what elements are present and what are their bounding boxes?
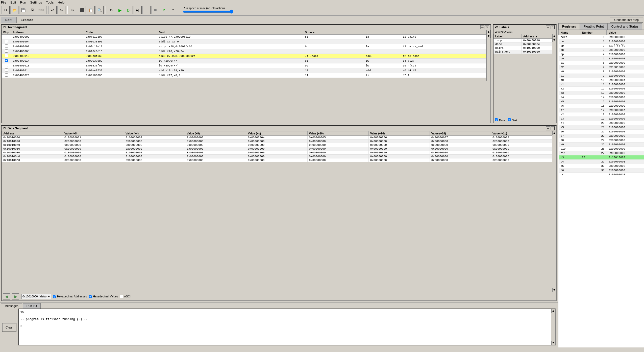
menu-settings[interactable]: Settings [30,1,42,4]
clear-button[interactable]: Clear [2,323,16,332]
list-item: t2 7 0x10010008 [559,65,644,69]
ascii-label[interactable]: ASCII [120,295,131,298]
reg-name-cell: s8 [559,138,580,143]
assemble-run-button[interactable]: ▶ [116,6,124,14]
bkpt-checkbox[interactable] [5,68,8,72]
bkpt-checkbox[interactable] [5,40,8,43]
tab-edit[interactable]: Edit [1,17,16,23]
hex-values-label[interactable]: Hexadecimal Values [89,295,118,298]
bkpt-checkbox[interactable] [5,59,8,62]
list-item: t0 5 0x00000000 [559,57,644,61]
menu-tools[interactable]: Tools [46,1,54,4]
src-num-cell: 11: [303,73,364,78]
hex-addresses-checkbox[interactable] [53,295,56,298]
labels-text-checkbox[interactable] [508,118,511,121]
reg-name-cell: a1 [559,82,580,87]
bkpt-cell[interactable] [2,49,11,54]
copy-button[interactable]: ⬛ [78,6,86,14]
cut-button[interactable]: ✂ [69,6,77,14]
menu-edit[interactable]: Edit [10,1,16,4]
ds-addr-cell: 0x10010080 [2,151,63,155]
paste-button[interactable]: 📋 [87,6,95,14]
speed-slider[interactable] [183,10,233,14]
find-replace-button[interactable]: 🔍 [95,6,104,14]
labels-scrollbar[interactable]: ▲ ▼ [552,34,556,117]
bkpt-checkbox[interactable] [5,64,8,67]
tab-run-io[interactable]: Run I/O [23,303,41,309]
src-op-cell: lw [364,63,401,68]
bkpt-checkbox[interactable] [5,35,8,38]
help-button[interactable]: ? [169,6,177,14]
menu-run[interactable]: Run [20,1,26,4]
data-segment-minimize[interactable]: — [546,126,550,130]
save-file-button[interactable]: 💾 [19,6,27,14]
new-file-button[interactable]: 🗋 [2,6,10,14]
bkpt-cell[interactable] [2,63,11,68]
bkpt-checkbox[interactable] [5,44,8,48]
labels-checkboxes: Data Text [493,117,556,123]
save-as-button[interactable]: 🖫 [28,6,36,14]
hex-values-checkbox[interactable] [89,295,92,298]
labels-minimize[interactable]: — [546,25,550,29]
messages-content: 15 -- program is finished running (0) --… [18,309,556,345]
bkpt-cell[interactable] [2,35,11,39]
ds-v14-cell: 0x00000000 [368,147,430,151]
backstep-button[interactable]: ⏸ [142,6,151,14]
tab-registers[interactable]: Registers [558,23,580,30]
menu-file[interactable]: File [1,1,6,4]
data-segment-scrollbar[interactable]: ▲ ▼ [552,131,556,292]
menu-help[interactable]: Help [58,1,65,4]
bkpt-cell[interactable] [2,68,11,73]
redo-button[interactable]: ↪ [57,6,65,14]
tab-execute[interactable]: Execute [16,17,38,23]
undo-button[interactable]: ↩ [48,6,57,14]
bkpt-checkbox[interactable] [5,73,8,77]
reg-number-cell: 21 [580,125,607,130]
tab-control-status[interactable]: Control and Status [608,23,642,30]
ds-segment-select[interactable]: 0x10010000 (.data) 0x10040000 (.text) [21,294,51,299]
messages-scrollbar[interactable]: ▲ ▼ [551,309,555,345]
tab-floating-point[interactable]: Floating Point [580,23,608,30]
settings-button[interactable]: ⚙ [107,6,115,14]
text-segment-maximize[interactable]: □ [485,25,489,29]
labels-data-checkbox[interactable] [495,118,498,121]
labels-data-checkbox-label[interactable]: Data [495,118,505,122]
step-button[interactable]: ▶| [134,6,142,14]
data-segment-content: Address Value (+0) Value (+4) Value (+8)… [2,131,556,292]
ascii-checkbox[interactable] [120,295,123,298]
bkpt-checkbox[interactable] [5,54,8,57]
bkpt-checkbox[interactable] [5,49,8,53]
labels-maximize[interactable]: □ [551,25,555,29]
undo-last-step-button[interactable]: Undo the last step [610,17,643,23]
reset-button[interactable]: ↺ [160,6,168,14]
bkpt-cell[interactable] [2,73,11,78]
text-segment-minimize[interactable]: — [480,25,484,29]
list-item: t6 31 0x00000000 [559,168,644,173]
bkpt-cell[interactable] [2,59,11,63]
labels-text-checkbox-label[interactable]: Text [508,118,517,122]
label-address-cell: 0x10010020 [522,50,552,54]
bkpt-cell[interactable] [2,54,11,59]
text-segment-scrollbar[interactable]: ▲ ▼ [486,30,490,81]
src-num-cell: 9: [303,63,364,68]
ds-col-address: Address [2,131,63,136]
ds-addr-cell: 0x100100a0 [2,155,63,158]
hex-addresses-label[interactable]: Hexadecimal Addresses [53,295,87,298]
bkpt-cell[interactable] [2,39,11,44]
print-button[interactable]: 0101 [37,6,45,14]
assemble-button[interactable]: ▷ [125,6,133,14]
data-segment-maximize[interactable]: □ [551,126,555,130]
reg-name-cell: s1 [559,74,580,78]
ds-next-button[interactable]: ▶ [12,293,19,299]
col-bkpt: Bkpt [2,30,11,35]
list-item: pc 0x00400010 [559,173,644,177]
reg-number-cell: 11 [580,82,607,87]
pause-button[interactable]: ⏹ [151,6,159,14]
register-table-container: Name Number Value zero 0 0x00000000 ra 1… [558,30,644,347]
tab-messages[interactable]: Messages [1,303,22,309]
table-row: 0x0040001c 0x01ee8533 add x10,x29,x30 10… [2,68,486,73]
open-file-button[interactable]: 📂 [10,6,18,14]
ds-prev-button[interactable]: ◀ [3,293,10,299]
reg-value-cell: 0x00000000 [607,95,644,100]
bkpt-cell[interactable] [2,44,11,49]
